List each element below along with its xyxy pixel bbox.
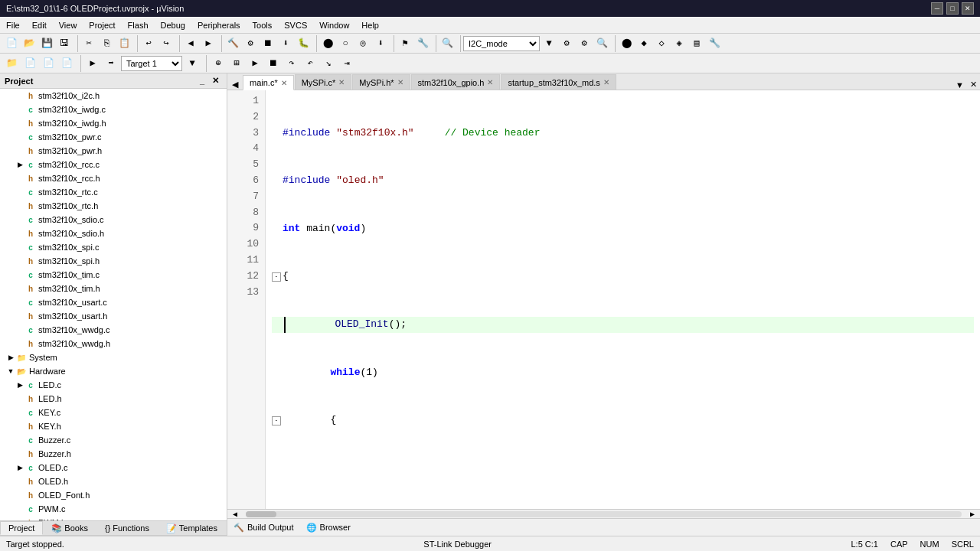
target-sel-button[interactable]: ⬤ [618,35,635,52]
horizontal-scrollbar[interactable]: ◀ ▶ [227,509,980,518]
config-5-button[interactable]: ◈ [671,35,688,52]
sidebar-item-system[interactable]: ▶ 📁 System [0,350,227,364]
tab-close-button[interactable]: ✕ [603,78,609,86]
undo-button[interactable]: ↩ [140,35,157,52]
target-opt2-button[interactable]: 🔧 [414,35,431,52]
target-opts-button[interactable]: ⚑ [397,35,413,52]
tab-project[interactable]: Project [0,521,43,535]
tab-templates[interactable]: 📝 Templates [158,521,226,535]
list-item[interactable]: h stm32f10x_i2c.h [0,89,227,103]
list-item[interactable]: h stm32f10x_tim.h [0,282,227,295]
open-file-button[interactable]: 📂 [21,35,38,52]
menu-window[interactable]: Window [313,17,355,33]
target-drop-button[interactable]: ▼ [184,55,201,72]
tb2-btn3[interactable]: 📄 [40,55,57,72]
scroll-right-button[interactable]: ▶ [965,510,980,519]
list-item[interactable]: c stm32f10x_sdio.c [0,213,227,227]
maximize-button[interactable]: □ [946,2,959,15]
window-sel-button[interactable]: ▤ [688,35,705,52]
nav-back-button[interactable]: ◀ [182,35,199,52]
list-item[interactable]: h stm32f10x_rtc.h [0,199,227,213]
new-file-button[interactable]: 📄 [3,35,20,52]
tb2-run2-button[interactable]: ▶ [247,55,263,72]
i2c-mode-select[interactable]: I2C_mode [463,36,540,51]
menu-peripherals[interactable]: Peripherals [191,17,247,33]
tab-scroll-left[interactable]: ◀ [227,80,243,90]
list-item[interactable]: ▶ c stm32f10x_rcc.c [0,158,227,171]
breakpoint-button[interactable]: ⬤ [319,35,336,52]
list-item[interactable]: h stm32f10x_spi.h [0,254,227,268]
list-item[interactable]: c KEY.c [0,406,227,419]
menu-tools[interactable]: Tools [247,17,279,33]
tb2-step2-button[interactable]: ↶ [302,55,318,72]
tab-gpio-h[interactable]: stm32f10x_gpio.h ✕ [411,74,501,90]
tb2-btn4[interactable]: 📄 [58,55,75,72]
close-button[interactable]: ✕ [962,2,974,15]
save-button[interactable]: 💾 [38,35,55,52]
code-editor[interactable]: 1 2 3 4 5 6 7 8 9 10 11 12 13 #include "… [227,90,980,509]
sidebar-collapse-button[interactable]: _ [197,76,207,86]
tab-myspi-c[interactable]: MySPi.c* ✕ [295,74,352,90]
minimize-button[interactable]: ─ [931,2,943,15]
tb2-arrow-button[interactable]: ➡ [103,55,119,72]
list-item[interactable]: h LED.h [0,392,227,406]
list-item[interactable]: h OLED.h [0,474,227,488]
build-button[interactable]: 🔨 [224,35,241,52]
browser-tab[interactable]: 🌐 Browser [306,523,351,533]
search-button[interactable]: 🔍 [593,35,610,52]
build-output-tab[interactable]: 🔨 Build Output [234,523,294,533]
scrollbar-track[interactable] [246,511,962,517]
nav-forward-button[interactable]: ▶ [200,35,217,52]
redo-button[interactable]: ↪ [158,35,175,52]
paste-button[interactable]: 📋 [116,35,132,52]
kill-button[interactable]: ○ [337,35,354,52]
tab-close-button[interactable]: ✕ [338,78,345,86]
tab-books[interactable]: 📚 Books [43,521,96,535]
tab-functions[interactable]: {} Functions [96,521,158,535]
tab-close-all-button[interactable]: ✕ [967,80,980,90]
tb2-group-button[interactable]: ⊞ [228,55,245,72]
sidebar-close-button[interactable]: ✕ [209,76,222,86]
tb2-stop2-button[interactable]: ⏹ [265,55,282,72]
menu-edit[interactable]: Edit [26,17,53,33]
menu-file[interactable]: File [0,17,26,33]
menu-flash[interactable]: Flash [122,17,155,33]
tb2-add-button[interactable]: ⊕ [210,55,227,72]
code-content[interactable]: #include "stm32f10x.h"// Device header #… [266,90,980,509]
menu-view[interactable]: View [53,17,83,33]
list-item[interactable]: h stm32f10x_sdio.h [0,227,227,240]
tab-myspi-h[interactable]: MySPi.h* ✕ [352,74,410,90]
tab-close-button[interactable]: ✕ [397,78,403,86]
cut-button[interactable]: ✂ [80,35,97,52]
tab-main-c[interactable]: main.c* ✕ [243,75,294,90]
extra-button[interactable]: 🔧 [706,35,723,52]
fold-icon[interactable]: - [272,416,281,425]
tb2-run3-button[interactable]: ⇥ [338,55,355,72]
list-item[interactable]: ▶ c OLED.c [0,461,227,474]
list-item[interactable]: c PWM.c [0,502,227,516]
save-all-button[interactable]: 🖫 [56,35,73,52]
menu-project[interactable]: Project [83,17,121,33]
tab-close-button[interactable]: ✕ [487,78,493,86]
config-1-button[interactable]: ⚙ [558,35,575,52]
tb2-run-button[interactable]: ▶ [84,55,101,72]
tab-startup-s[interactable]: startup_stm32f10x_md.s ✕ [501,74,616,90]
list-item[interactable]: c Buzzer.c [0,433,227,447]
tb2-step-button[interactable]: ↷ [283,55,300,72]
find-button[interactable]: 🔍 [439,35,456,52]
list-item[interactable]: c stm32f10x_usart.c [0,295,227,309]
kill2-button[interactable]: ◎ [354,35,371,52]
list-item[interactable]: h stm32f10x_iwdg.h [0,116,227,130]
list-item[interactable]: h stm32f10x_pwr.h [0,144,227,158]
list-item[interactable]: c stm32f10x_rtc.c [0,185,227,199]
list-item[interactable]: c stm32f10x_pwr.c [0,130,227,144]
list-item[interactable]: h Buzzer.h [0,447,227,461]
menu-debug[interactable]: Debug [155,17,191,33]
list-item[interactable]: h stm32f10x_wwdg.h [0,337,227,350]
list-item[interactable]: c stm32f10x_iwdg.c [0,103,227,116]
config-4-button[interactable]: ◇ [653,35,670,52]
list-item[interactable]: h OLED_Font.h [0,488,227,502]
stop-build-button[interactable]: ⏹ [260,35,276,52]
target-select[interactable]: Target 1 [121,56,182,71]
scrollbar-thumb[interactable] [246,511,276,517]
